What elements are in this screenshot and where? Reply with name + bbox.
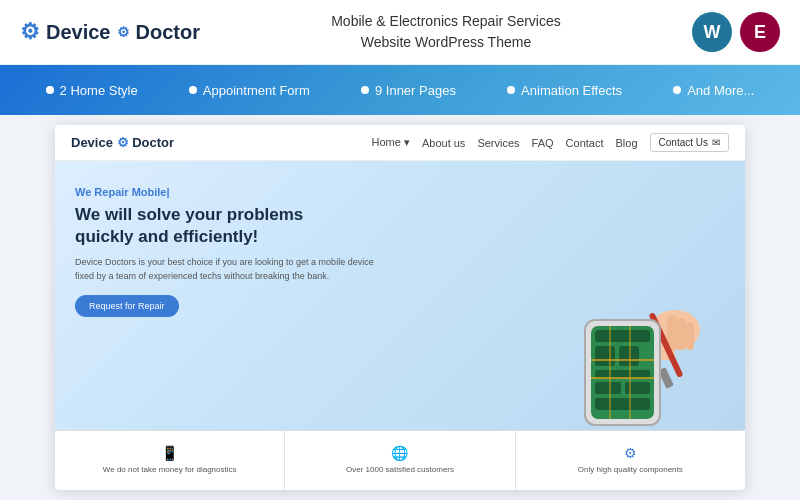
preview-browser: Device ⚙ Doctor Home ▾ About us Services… [55, 125, 745, 490]
feature-label-animation: Animation Effects [521, 83, 622, 98]
bottom-feature-customers: 🌐 Over 1000 satisfied customers [285, 431, 514, 490]
feature-item-inner-pages: 9 Inner Pages [361, 83, 456, 98]
nav-link-about[interactable]: About us [422, 137, 465, 149]
hero-content: We Repair Mobile| We will solve your pro… [75, 181, 545, 430]
svg-rect-9 [595, 330, 650, 342]
feature-item-more: And More... [673, 83, 754, 98]
header-badges: W E [692, 12, 780, 52]
feature-text-components: Only high quality components [578, 465, 683, 475]
svg-rect-4 [686, 322, 694, 350]
elementor-badge: E [740, 12, 780, 52]
bottom-feature-components: ⚙ Only high quality components [516, 431, 745, 490]
feature-label-appointment: Appointment Form [203, 83, 310, 98]
inner-nav-links: Home ▾ About us Services FAQ Contact Blo… [372, 133, 729, 152]
svg-rect-14 [625, 382, 650, 394]
envelope-icon: ✉ [712, 137, 720, 148]
brand-logo: ⚙ Device ⚙ Doctor [20, 19, 200, 45]
logo-separator-icon: ⚙ [117, 24, 130, 40]
globe-icon: 🌐 [391, 445, 408, 461]
header-title-line2: Website WordPress Theme [331, 32, 561, 53]
feature-dot [673, 86, 681, 94]
feature-text-customers: Over 1000 satisfied customers [346, 465, 454, 475]
nav-link-home[interactable]: Home ▾ [372, 136, 410, 149]
feature-dot [46, 86, 54, 94]
feature-text-diagnostics: We do not take money for diagnostics [103, 465, 237, 475]
nav-link-faq[interactable]: FAQ [532, 137, 554, 149]
contact-us-button[interactable]: Contact Us ✉ [650, 133, 729, 152]
feature-dot [507, 86, 515, 94]
nav-link-contact[interactable]: Contact [566, 137, 604, 149]
mobile-icon: 📱 [161, 445, 178, 461]
bottom-features: 📱 We do not take money for diagnostics 🌐… [55, 430, 745, 490]
header-title-line1: Mobile & Electronics Repair Services [331, 11, 561, 32]
nav-link-services[interactable]: Services [477, 137, 519, 149]
header-title: Mobile & Electronics Repair Services Web… [331, 11, 561, 53]
feature-item-home-style: 2 Home Style [46, 83, 138, 98]
feature-label-more: And More... [687, 83, 754, 98]
hero-image [545, 181, 725, 430]
svg-rect-15 [595, 398, 650, 410]
feature-label-home-style: 2 Home Style [60, 83, 138, 98]
svg-rect-12 [595, 370, 650, 378]
nav-link-blog[interactable]: Blog [616, 137, 638, 149]
inner-nav: Device ⚙ Doctor Home ▾ About us Services… [55, 125, 745, 161]
feature-item-animation: Animation Effects [507, 83, 622, 98]
request-repair-button[interactable]: Request for Repair [75, 295, 179, 317]
feature-item-appointment: Appointment Form [189, 83, 310, 98]
feature-dot [189, 86, 197, 94]
inner-logo: Device ⚙ Doctor [71, 135, 174, 150]
svg-rect-11 [619, 346, 639, 366]
bottom-feature-diagnostics: 📱 We do not take money for diagnostics [55, 431, 284, 490]
logo-text-device: Device [46, 21, 111, 44]
svg-rect-13 [595, 382, 621, 394]
contact-btn-label: Contact Us [659, 137, 708, 148]
inner-logo-icon: ⚙ [117, 135, 129, 150]
page-header: ⚙ Device ⚙ Doctor Mobile & Electronics R… [0, 0, 800, 65]
feature-label-inner-pages: 9 Inner Pages [375, 83, 456, 98]
hero-title: We will solve your problemsquickly and e… [75, 204, 535, 248]
preview-wrapper: Device ⚙ Doctor Home ▾ About us Services… [0, 115, 800, 500]
hero-subtitle: We Repair Mobile| [75, 186, 535, 198]
hero-section: We Repair Mobile| We will solve your pro… [55, 161, 745, 430]
wordpress-badge: W [692, 12, 732, 52]
svg-rect-3 [677, 318, 686, 350]
logo-icon: ⚙ [20, 19, 40, 45]
features-bar: 2 Home Style Appointment Form 9 Inner Pa… [0, 65, 800, 115]
inner-logo-text-doctor: Doctor [132, 135, 174, 150]
feature-dot [361, 86, 369, 94]
inner-logo-text-device: Device [71, 135, 113, 150]
hero-description: Device Doctors is your best choice if yo… [75, 256, 535, 283]
phone-repair-svg [555, 300, 715, 430]
svg-rect-10 [595, 346, 615, 366]
gear-icon: ⚙ [624, 445, 637, 461]
logo-text-doctor: Doctor [136, 21, 200, 44]
